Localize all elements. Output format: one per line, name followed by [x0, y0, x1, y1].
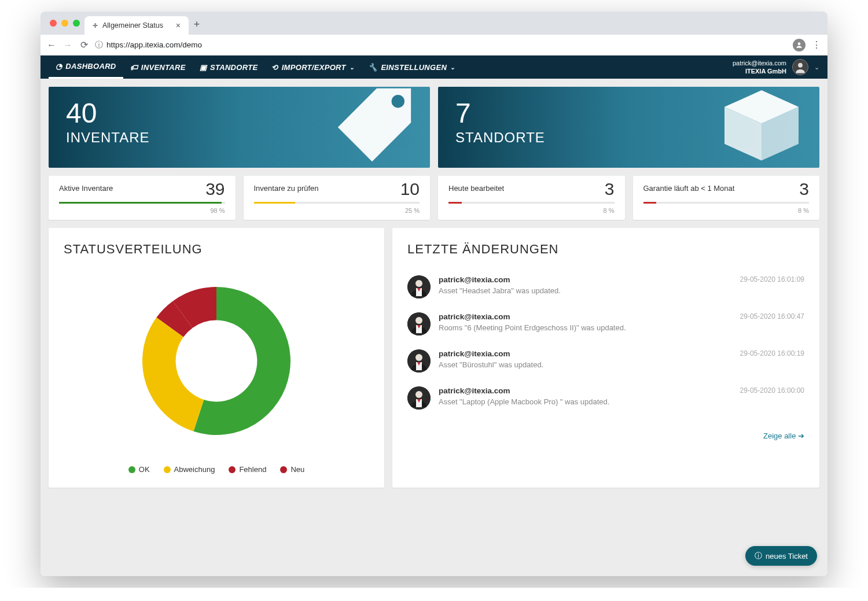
svg-point-5 — [415, 280, 422, 287]
change-author: patrick@itexia.com — [439, 275, 732, 284]
svg-point-3 — [392, 95, 404, 108]
app-topnav: ◔DASHBOARD🏷INVENTARE▣STANDORTE⟲IMPORT/EX… — [41, 56, 827, 79]
chevron-down-icon: ⌄ — [814, 64, 819, 71]
avatar — [407, 349, 431, 373]
stat-value: 3 — [605, 179, 615, 199]
change-author: patrick@itexia.com — [439, 312, 732, 321]
new-tab-button[interactable]: + — [189, 16, 205, 32]
address-bar[interactable]: ⓘ https://app.itexia.com/demo — [95, 40, 787, 50]
recent-changes-panel: LETZTE ÄNDERUNGEN patrick@itexia.com Ass… — [392, 228, 819, 488]
legend-item[interactable]: Abweichung — [164, 465, 215, 474]
new-ticket-button[interactable]: ⓘ neues Ticket — [745, 546, 817, 566]
change-author: patrick@itexia.com — [439, 386, 732, 395]
change-item[interactable]: patrick@itexia.com Rooms "6 (Meeting Poi… — [407, 305, 804, 342]
svg-point-11 — [415, 354, 422, 361]
avatar — [407, 275, 431, 298]
hero-inventare[interactable]: 40INVENTARE — [49, 87, 430, 168]
nav-item-dashboard[interactable]: ◔DASHBOARD — [49, 56, 123, 79]
legend-label: Fehlend — [239, 465, 266, 474]
user-avatar[interactable] — [792, 59, 808, 75]
show-all-link[interactable]: Zeige alle ➔ — [763, 432, 804, 440]
stat-value: 39 — [205, 179, 225, 199]
nav-item-einstellungen[interactable]: 🔧EINSTELLUNGEN⌄ — [361, 56, 462, 79]
legend-dot — [229, 466, 236, 473]
change-timestamp: 29-05-2020 16:01:09 — [740, 275, 804, 298]
back-icon[interactable]: ← — [46, 40, 57, 50]
legend-item[interactable]: OK — [128, 465, 150, 474]
page-content: 40INVENTARE7STANDORTE Aktive Inventare 3… — [41, 79, 827, 576]
stat-title: Aktive Inventare — [59, 184, 225, 193]
ticket-button-label: neues Ticket — [766, 552, 808, 561]
stat-bar — [254, 202, 420, 204]
nav-item-import/export[interactable]: ⟲IMPORT/EXPORT⌄ — [264, 56, 361, 79]
change-item[interactable]: patrick@itexia.com Asset "Laptop (Apple … — [407, 379, 804, 416]
stat-percent: 25 % — [254, 207, 420, 214]
user-org: ITEXIA GmbH — [733, 67, 786, 75]
change-timestamp: 29-05-2020 16:00:19 — [740, 349, 804, 373]
browser-menu-icon[interactable]: ⋮ — [811, 39, 822, 50]
browser-profile-icon[interactable] — [793, 39, 806, 51]
change-description: Asset "Bürostuhl" was updated. — [439, 360, 732, 369]
change-description: Rooms "6 (Meeting Point Erdgeschoss II)"… — [439, 323, 732, 332]
stat-card[interactable]: Heute bearbeitet 3 8 % — [438, 176, 625, 220]
nav-label: EINSTELLUNGEN — [381, 63, 447, 72]
stat-percent: 8 % — [643, 207, 810, 214]
chevron-down-icon: ⌄ — [350, 64, 354, 71]
svg-point-14 — [415, 391, 422, 398]
change-timestamp: 29-05-2020 16:00:00 — [740, 386, 804, 410]
nav-label: DASHBOARD — [65, 62, 116, 71]
chart-legend: OKAbweichungFehlendNeu — [128, 465, 304, 474]
browser-window: ✚ Allgemeiner Status × + ← → ⟳ ⓘ https:/… — [41, 12, 827, 576]
user-menu[interactable]: patrick@itexia.com ITEXIA GmbH ⌄ — [733, 59, 819, 76]
stat-card[interactable]: Inventare zu prüfen 10 25 % — [244, 176, 431, 220]
legend-dot — [128, 466, 135, 473]
stat-bar — [448, 202, 615, 204]
reload-icon[interactable]: ⟳ — [79, 39, 89, 50]
status-distribution-panel: STATUSVERTEILUNG OKAbweichungFehlendNeu — [49, 228, 384, 488]
tab-favicon: ✚ — [93, 22, 98, 30]
legend-item[interactable]: Fehlend — [229, 465, 266, 474]
panel-title: LETZTE ÄNDERUNGEN — [407, 242, 804, 257]
tab-title: Allgemeiner Status — [102, 21, 163, 30]
change-description: Asset "Laptop (Apple Macbook Pro) " was … — [439, 397, 732, 406]
user-email: patrick@itexia.com — [733, 59, 786, 67]
forward-icon[interactable]: → — [62, 40, 73, 50]
stat-bar — [59, 202, 225, 204]
avatar — [407, 386, 431, 410]
nav-item-standorte[interactable]: ▣STANDORTE — [193, 56, 265, 79]
window-controls[interactable] — [47, 20, 84, 35]
url-text: https://app.itexia.com/demo — [106, 40, 202, 49]
minimize-window-icon[interactable] — [61, 20, 68, 27]
maximize-window-icon[interactable] — [73, 20, 80, 27]
stat-title: Heute bearbeitet — [448, 184, 615, 193]
stat-card[interactable]: Garantie läuft ab < 1 Monat 3 8 % — [633, 176, 820, 220]
nav-label: IMPORT/EXPORT — [282, 63, 346, 72]
nav-label: INVENTARE — [141, 63, 186, 72]
change-item[interactable]: patrick@itexia.com Asset "Headset Jabra"… — [407, 268, 804, 305]
close-window-icon[interactable] — [50, 20, 57, 27]
stat-value: 10 — [400, 179, 420, 199]
tag-icon: 🏷 — [130, 63, 138, 72]
sync-icon: ⟲ — [271, 63, 278, 72]
change-timestamp: 29-05-2020 16:00:47 — [740, 312, 804, 335]
donut-slice-abweichung[interactable] — [142, 318, 204, 432]
legend-label: Neu — [290, 465, 304, 474]
stat-bar — [643, 202, 810, 204]
legend-dot — [280, 466, 287, 473]
stat-title: Garantie läuft ab < 1 Monat — [643, 184, 810, 193]
nav-label: STANDORTE — [210, 63, 258, 72]
pie-icon: ◔ — [56, 62, 62, 71]
change-item[interactable]: patrick@itexia.com Asset "Bürostuhl" was… — [407, 342, 804, 379]
box-icon: ▣ — [200, 63, 207, 72]
arrow-right-icon: ➔ — [798, 432, 804, 440]
legend-item[interactable]: Neu — [280, 465, 304, 474]
chevron-down-icon: ⌄ — [450, 64, 455, 71]
browser-tabbar: ✚ Allgemeiner Status × + — [41, 12, 827, 35]
legend-label: OK — [139, 465, 150, 474]
site-info-icon[interactable]: ⓘ — [95, 40, 103, 50]
nav-item-inventare[interactable]: 🏷INVENTARE — [123, 56, 193, 79]
close-tab-icon[interactable]: × — [176, 21, 181, 30]
browser-tab[interactable]: ✚ Allgemeiner Status × — [84, 16, 189, 35]
stat-card[interactable]: Aktive Inventare 39 98 % — [49, 176, 236, 220]
hero-standorte[interactable]: 7STANDORTE — [438, 87, 819, 168]
